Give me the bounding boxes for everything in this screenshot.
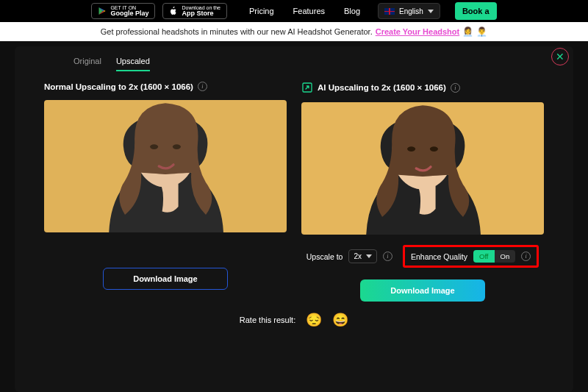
enhance-quality-toggle[interactable]: Off On xyxy=(473,250,515,263)
thumbs-up-emoji[interactable]: 😄 xyxy=(332,312,348,328)
appstore-big: App Store xyxy=(182,10,220,17)
person-emoji-icon-2: 👨‍💼 xyxy=(476,26,487,37)
book-button[interactable]: Book a xyxy=(455,2,497,20)
normal-title: Normal Upscaling to 2x (1600 × 1066) xyxy=(44,82,193,91)
language-selector[interactable]: English xyxy=(378,3,440,19)
uk-flag-icon xyxy=(384,8,395,15)
google-play-badge[interactable]: GET IT ONGoogle Play xyxy=(91,3,155,19)
ai-title: AI Upscaling to 2x (1600 × 1066) xyxy=(318,83,446,92)
info-icon[interactable]: i xyxy=(521,252,531,261)
download-ai-label: Download Image xyxy=(390,286,454,295)
rate-section: Rate this result: 😔 😄 xyxy=(44,312,544,328)
rate-label: Rate this result: xyxy=(240,316,295,324)
promo-link[interactable]: Create Your Headshot xyxy=(376,27,460,36)
info-icon[interactable]: i xyxy=(451,83,460,93)
panel-ai-upscale: AI Upscaling to 2x (1600 × 1066) i Ups xyxy=(301,82,544,302)
top-nav: GET IT ONGoogle Play Download on theApp … xyxy=(0,0,588,22)
promo-text: Get professional headshots in minutes wi… xyxy=(101,27,373,36)
panel-normal-upscale: Normal Upscaling to 2x (1600 × 1066) i D… xyxy=(44,82,287,302)
language-label: English xyxy=(399,7,423,15)
info-icon[interactable]: i xyxy=(198,82,207,91)
normal-result-image xyxy=(44,100,287,232)
nav-blog[interactable]: Blog xyxy=(344,7,360,15)
svg-point-8 xyxy=(430,146,438,152)
google-play-icon xyxy=(98,7,107,15)
enhance-quality-highlight: Enhance Quality Off On i xyxy=(403,245,539,268)
apple-icon xyxy=(169,7,178,15)
ai-result-image xyxy=(301,102,544,235)
tab-upscaled[interactable]: Upscaled xyxy=(116,57,150,71)
close-button[interactable]: ✕ xyxy=(551,48,569,65)
enhance-label: Enhance Quality xyxy=(411,252,467,261)
app-store-badge[interactable]: Download on theApp Store xyxy=(162,3,227,19)
promo-bar: Get professional headshots in minutes wi… xyxy=(0,22,588,41)
gplay-big: Google Play xyxy=(110,10,148,17)
svg-point-2 xyxy=(150,144,158,149)
download-ai-button[interactable]: Download Image xyxy=(360,279,485,302)
nav-pricing[interactable]: Pricing xyxy=(249,7,274,15)
toggle-off: Off xyxy=(473,250,495,263)
svg-point-7 xyxy=(407,146,415,152)
thumbs-down-emoji[interactable]: 😔 xyxy=(306,312,322,328)
upscale-modal: ✕ Original Upscaled Normal Upscaling to … xyxy=(15,46,573,392)
upscale-select[interactable]: 2x xyxy=(348,249,377,263)
chevron-down-icon xyxy=(366,254,372,258)
book-label: Book a xyxy=(462,7,490,15)
tabs: Original Upscaled xyxy=(74,57,544,71)
chevron-down-icon xyxy=(428,10,434,13)
upscale-value: 2x xyxy=(354,252,362,260)
download-normal-label: Download Image xyxy=(133,274,197,283)
download-normal-button[interactable]: Download Image xyxy=(103,268,228,290)
svg-point-3 xyxy=(173,144,181,149)
info-icon[interactable]: i xyxy=(383,252,392,261)
ai-upscale-icon xyxy=(301,82,313,93)
tab-original[interactable]: Original xyxy=(74,57,101,71)
upscale-label: Upscale to xyxy=(306,252,343,261)
nav-links: Pricing Features Blog xyxy=(249,7,360,15)
toggle-on: On xyxy=(495,250,516,263)
person-emoji-icon: 👩‍💼 xyxy=(462,26,473,37)
nav-features[interactable]: Features xyxy=(293,7,325,15)
upscale-factor-control: Upscale to 2x i xyxy=(306,249,392,263)
